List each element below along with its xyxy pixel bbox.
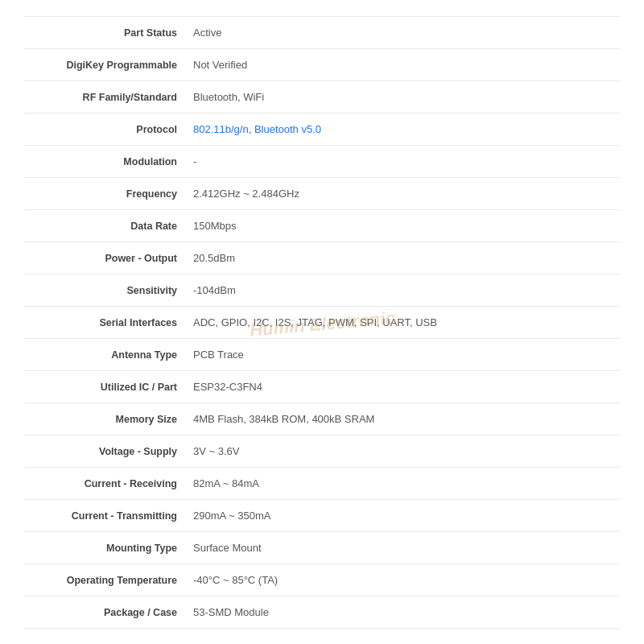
row-value: 82mA ~ 84mA — [185, 468, 620, 500]
row-label: Voltage - Supply — [24, 436, 185, 468]
row-label: Antenna Type — [24, 339, 185, 371]
row-label: Current - Receiving — [24, 468, 185, 500]
table-row: Memory Size4MB Flash, 384kB ROM, 400kB S… — [24, 403, 620, 436]
table-row: Sensitivity-104dBm — [24, 275, 620, 307]
row-value: 2.412GHz ~ 2.484GHz — [185, 178, 620, 210]
table-row: Power - Output20.5dBm — [24, 242, 620, 275]
row-value: ADC, GPIO, I2C, I2S, JTAG, PWM, SPI, UAR… — [185, 307, 620, 339]
row-value: Not Verified — [185, 49, 620, 81]
row-label: Modulation — [24, 146, 185, 178]
table-row: Serial InterfacesADC, GPIO, I2C, I2S, JT… — [24, 307, 620, 339]
table-row: Frequency2.412GHz ~ 2.484GHz — [24, 178, 620, 210]
row-value: 3V ~ 3.6V — [185, 436, 620, 468]
table-row: Package / Case53-SMD Module — [24, 597, 620, 629]
table-row: Mounting TypeSurface Mount — [24, 532, 620, 564]
spec-table: Part StatusActiveDigiKey ProgrammableNot… — [24, 16, 620, 629]
row-value: Bluetooth, WiFi — [185, 81, 620, 114]
table-row: Data Rate150Mbps — [24, 210, 620, 242]
table-row: Protocol802.11b/g/n, Bluetooth v5.0 — [24, 114, 620, 146]
row-value: 802.11b/g/n, Bluetooth v5.0 — [185, 114, 620, 146]
row-label: Package / Case — [24, 597, 185, 629]
row-label: Mounting Type — [24, 532, 185, 564]
row-value: 4MB Flash, 384kB ROM, 400kB SRAM — [185, 403, 620, 436]
table-row: Current - Transmitting290mA ~ 350mA — [24, 500, 620, 532]
row-value: PCB Trace — [185, 339, 620, 371]
row-value: -104dBm — [185, 275, 620, 307]
table-row: RF Family/StandardBluetooth, WiFi — [24, 81, 620, 114]
row-label: Frequency — [24, 178, 185, 210]
row-label: Serial Interfaces — [24, 307, 185, 339]
row-label: Operating Temperature — [24, 564, 185, 597]
row-label: Utilized IC / Part — [24, 371, 185, 403]
row-label: Sensitivity — [24, 275, 185, 307]
table-row: Voltage - Supply3V ~ 3.6V — [24, 436, 620, 468]
row-label: Current - Transmitting — [24, 500, 185, 532]
table-row: Modulation- — [24, 146, 620, 178]
row-value: 150Mbps — [185, 210, 620, 242]
table-row: Part StatusActive — [24, 17, 620, 49]
row-value: 20.5dBm — [185, 242, 620, 275]
row-link[interactable]: 802.11b/g/n, Bluetooth v5.0 — [193, 123, 321, 135]
row-value: -40°C ~ 85°C (TA) — [185, 564, 620, 597]
row-label: Memory Size — [24, 403, 185, 436]
table-row: Current - Receiving82mA ~ 84mA — [24, 468, 620, 500]
row-value: 290mA ~ 350mA — [185, 500, 620, 532]
row-label: DigiKey Programmable — [24, 49, 185, 81]
row-value: Active — [185, 17, 620, 49]
row-label: Power - Output — [24, 242, 185, 275]
table-row: Antenna TypePCB Trace — [24, 339, 620, 371]
row-label: Data Rate — [24, 210, 185, 242]
table-row: Operating Temperature-40°C ~ 85°C (TA) — [24, 564, 620, 597]
row-value: ESP32-C3FN4 — [185, 371, 620, 403]
row-label: Protocol — [24, 114, 185, 146]
table-row: DigiKey ProgrammableNot Verified — [24, 49, 620, 81]
table-row: Utilized IC / PartESP32-C3FN4 — [24, 371, 620, 403]
row-value: Surface Mount — [185, 532, 620, 564]
row-value: 53-SMD Module — [185, 597, 620, 629]
row-value: - — [185, 146, 620, 178]
row-label: Part Status — [24, 17, 185, 49]
row-label: RF Family/Standard — [24, 81, 185, 114]
